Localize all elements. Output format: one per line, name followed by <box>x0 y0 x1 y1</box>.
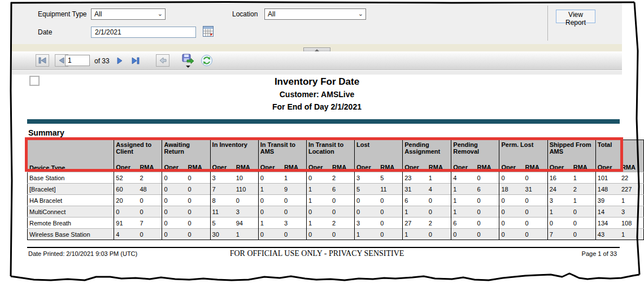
value-cell: 8 <box>210 195 234 206</box>
value-cell: 0 <box>162 218 186 229</box>
value-cell: 0 <box>475 218 499 229</box>
value-cell: 11 <box>378 184 403 195</box>
value-cell: 2 <box>330 172 355 184</box>
sub-header-row: OperRMAOperRMAOperRMAOperRMAOperRMAOperR… <box>28 162 644 172</box>
save-export-icon <box>181 54 195 66</box>
value-cell: 5 <box>378 172 403 184</box>
value-cell: 0 <box>378 229 403 240</box>
value-cell: 0 <box>282 195 307 206</box>
device-type-cell: Base Station <box>28 172 114 184</box>
value-cell: 18 <box>499 184 524 195</box>
device-type-cell: HA Bracelet <box>28 195 114 206</box>
column-group-header: Shipped From AMS <box>547 140 595 163</box>
value-cell: 0 <box>258 195 282 206</box>
last-page-button[interactable] <box>129 55 142 66</box>
value-cell: 3 <box>282 218 307 229</box>
value-cell: 1 <box>355 229 379 240</box>
value-cell: 227 <box>620 184 644 195</box>
value-cell: 7 <box>547 229 572 240</box>
next-page-button[interactable] <box>114 55 126 66</box>
column-group-header: Total <box>595 140 643 163</box>
sub-column-header: RMA <box>524 162 548 172</box>
column-group-header: Pending Assignment <box>403 140 451 163</box>
sub-column-header: Oper <box>547 162 572 172</box>
value-cell: 1 <box>258 218 282 229</box>
column-group-header: In Transit to Location <box>306 140 354 163</box>
footer-classification: FOR OFFICIAL USE ONLY - PRIVACY SENSITIV… <box>12 249 622 258</box>
value-cell: 0 <box>162 184 186 195</box>
page-total-label: of 33 <box>94 57 110 65</box>
value-cell: 0 <box>499 229 524 240</box>
device-type-cell: MultiConnect <box>28 206 114 218</box>
footer-page-label: Page 1 of 33 <box>582 250 617 257</box>
date-input[interactable]: 2/1/2021 <box>91 27 196 38</box>
value-cell: 0 <box>186 184 211 195</box>
column-group-header: Assigned to Client <box>114 140 162 163</box>
value-cell: 0 <box>138 206 162 218</box>
column-group-header: In Transit to AMS <box>258 140 306 163</box>
value-cell: 0 <box>162 195 186 206</box>
column-group-header: Perm. Lost <box>499 140 547 163</box>
report-title: Inventory For Date <box>12 76 622 88</box>
accent-divider-bar <box>27 119 620 124</box>
value-cell: 3 <box>547 195 572 206</box>
page-number-input[interactable] <box>65 55 90 66</box>
report-customer-line: Customer: AMSLive <box>12 88 622 101</box>
value-cell: 0 <box>572 229 596 240</box>
back-to-parent-button[interactable] <box>156 54 169 67</box>
sub-column-header: Oper <box>258 162 282 172</box>
sub-column-header: RMA <box>378 162 403 172</box>
sub-column-header: RMA <box>475 162 499 172</box>
panel-divider <box>547 6 548 41</box>
value-cell: 16 <box>547 172 572 184</box>
value-cell: 24 <box>547 184 572 195</box>
value-cell: 0 <box>355 206 379 218</box>
export-save-button[interactable] <box>181 54 196 68</box>
table-row: HA Bracelet200008000100060100031391 <box>28 195 644 206</box>
value-cell: 10 <box>234 172 259 184</box>
report-toolbar: of 33 <box>12 51 622 70</box>
value-cell: 0 <box>330 195 355 206</box>
value-cell: 0 <box>306 172 330 184</box>
value-cell: 0 <box>138 195 162 206</box>
summary-table: Device Type Assigned to ClientAwaiting R… <box>27 140 644 240</box>
value-cell: 5 <box>355 184 379 195</box>
equipment-type-label: Equipment Type <box>38 10 87 18</box>
value-cell: 7 <box>210 184 234 195</box>
equipment-type-select[interactable]: All ⌄ <box>91 8 166 20</box>
chevron-down-icon: ⌄ <box>158 10 163 18</box>
column-group-header: Lost <box>355 140 403 163</box>
value-cell: 0 <box>258 172 282 184</box>
value-cell: 2 <box>330 218 355 229</box>
table-row: MultiConnect000011300000010100010143 <box>28 206 644 218</box>
value-cell: 39 <box>595 195 620 206</box>
footer-divider-line <box>27 247 620 248</box>
value-cell: 0 <box>475 206 499 218</box>
group-header-row: Device Type Assigned to ClientAwaiting R… <box>28 140 644 163</box>
sub-column-header: Oper <box>114 162 138 172</box>
value-cell: 0 <box>114 206 138 218</box>
device-type-cell: Wireless Base Station <box>28 229 114 240</box>
column-group-header: Pending Removal <box>451 140 499 163</box>
value-cell: 0 <box>186 229 211 240</box>
value-cell: 91 <box>114 218 138 229</box>
first-page-button[interactable] <box>36 54 49 67</box>
view-report-button[interactable]: View Report <box>556 10 595 23</box>
value-cell: 22 <box>620 172 644 184</box>
location-label: Location <box>232 10 258 18</box>
summary-table-body: Base Station5220031001023523140001611012… <box>28 172 644 240</box>
value-cell: 0 <box>330 206 355 218</box>
sub-column-header: Oper <box>355 162 379 172</box>
value-cell: 48 <box>138 184 162 195</box>
sub-column-header: RMA <box>234 162 259 172</box>
value-cell: 43 <box>595 229 620 240</box>
column-group-header: Awaiting Return <box>162 140 210 163</box>
calendar-icon[interactable] <box>203 26 214 39</box>
value-cell: 148 <box>595 184 620 195</box>
value-cell: 1 <box>451 206 476 218</box>
location-select[interactable]: All ⌄ <box>264 8 366 20</box>
value-cell: 0 <box>524 229 548 240</box>
value-cell: 0 <box>499 218 524 229</box>
refresh-button[interactable] <box>201 54 213 67</box>
value-cell: 0 <box>475 195 499 206</box>
